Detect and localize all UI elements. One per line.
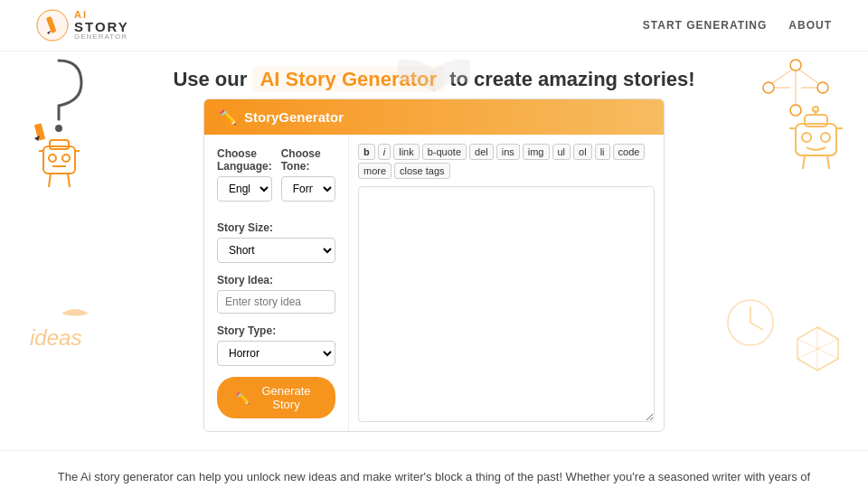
deco-book <box>389 56 479 105</box>
toolbar-italic[interactable]: i <box>378 144 391 160</box>
tone-label: Choose Tone: <box>281 147 335 173</box>
card-header: ✏️ StoryGenerator <box>204 99 664 135</box>
tone-group: Choose Tone: Formal Casual Humorous Dram… <box>281 147 335 202</box>
toolbar-close-tags[interactable]: close tags <box>394 163 450 179</box>
toolbar-ol[interactable]: ol <box>573 144 592 160</box>
hero-prefix: Use our <box>173 68 247 90</box>
idea-input[interactable] <box>217 290 335 314</box>
language-select[interactable]: English Spanish French German <box>217 176 272 202</box>
card-editor: b i link b-quote del ins img ul ol li co… <box>349 135 664 431</box>
type-select[interactable]: Horror Romance Adventure Fantasy Sci-Fi <box>217 341 335 366</box>
card-form: Choose Language: English Spanish French … <box>204 135 349 431</box>
logo-story-label: STORY <box>74 20 129 33</box>
card-body: Choose Language: English Spanish French … <box>204 135 664 431</box>
toolbar-img[interactable]: img <box>523 144 550 160</box>
idea-label: Story Idea: <box>217 274 335 286</box>
choose-row: Choose Language: English Spanish French … <box>217 147 335 212</box>
toolbar-ul[interactable]: ul <box>552 144 571 160</box>
toolbar-li[interactable]: li <box>595 144 610 160</box>
toolbar-del[interactable]: del <box>469 144 494 160</box>
logo-gen-label: GENERATOR <box>74 33 129 41</box>
logo-icon <box>36 9 69 42</box>
toolbar-more[interactable]: more <box>358 163 392 179</box>
story-generator-card: ✏️ StoryGenerator Choose Language: Engli… <box>203 99 665 432</box>
logo-text: AI STORY GENERATOR <box>74 10 129 41</box>
type-label: Story Type: <box>217 324 335 337</box>
main-wrapper: ✏️ StoryGenerator Choose Language: Engli… <box>0 99 868 432</box>
card-title: StoryGenerator <box>244 109 344 125</box>
paragraph-1: The Ai story generator can help you unlo… <box>54 467 814 488</box>
size-label: Story Size: <box>217 221 335 234</box>
story-textarea[interactable] <box>358 186 655 422</box>
toolbar-bquote[interactable]: b-quote <box>422 144 467 160</box>
size-select[interactable]: Short Medium Long <box>217 238 335 263</box>
hero-section: Use our AI Story Generator to create ama… <box>0 52 868 99</box>
pencil-icon: ✏️ <box>219 108 237 126</box>
nav-about[interactable]: ABOUT <box>788 19 832 32</box>
language-group: Choose Language: English Spanish French … <box>217 147 272 202</box>
type-group: Story Type: Horror Romance Adventure Fan… <box>217 324 335 366</box>
toolbar: b i link b-quote del ins img ul ol li co… <box>358 144 655 179</box>
text-section-1: The Ai story generator can help you unlo… <box>0 450 868 488</box>
toolbar-code[interactable]: code <box>613 144 646 160</box>
hero-suffix: to create amazing stories! <box>449 68 694 90</box>
generate-button[interactable]: ✏️ Generate Story <box>217 377 335 418</box>
size-group: Story Size: Short Medium Long <box>217 221 335 263</box>
logo: AI STORY GENERATOR <box>36 9 129 42</box>
toolbar-ins[interactable]: ins <box>496 144 520 160</box>
generate-icon: ✏️ <box>235 391 250 405</box>
toolbar-link[interactable]: link <box>393 144 420 160</box>
toolbar-bold[interactable]: b <box>358 144 375 160</box>
tone-select[interactable]: Formal Casual Humorous Dramatic <box>281 176 335 202</box>
idea-group: Story Idea: <box>217 274 335 314</box>
nav-links: START GENERATING ABOUT <box>643 19 832 32</box>
language-label: Choose Language: <box>217 147 272 173</box>
navigation: AI STORY GENERATOR START GENERATING ABOU… <box>0 0 868 52</box>
generate-label: Generate Story <box>255 384 317 411</box>
nav-start-generating[interactable]: START GENERATING <box>643 19 768 32</box>
